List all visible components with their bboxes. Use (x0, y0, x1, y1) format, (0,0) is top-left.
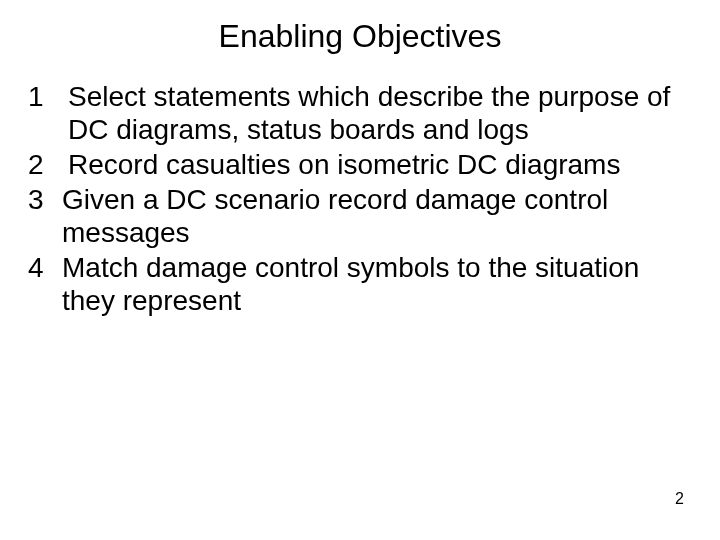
list-item: 2 Record casualties on isometric DC diag… (28, 148, 688, 181)
slide-title: Enabling Objectives (0, 18, 720, 55)
list-item: 1 Select statements which describe the p… (28, 80, 688, 146)
item-number: 1 (28, 80, 62, 113)
item-number: 3 (28, 183, 62, 216)
objectives-list: 1 Select statements which describe the p… (28, 80, 688, 319)
item-number: 2 (28, 148, 62, 181)
page-number: 2 (675, 490, 684, 508)
item-number: 4 (28, 251, 62, 284)
slide: Enabling Objectives 1 Select statements … (0, 0, 720, 540)
list-item: 3 Given a DC scenario record damage cont… (28, 183, 688, 249)
item-text: Select statements which describe the pur… (62, 80, 688, 146)
item-text: Record casualties on isometric DC diagra… (62, 148, 688, 181)
list-item: 4 Match damage control symbols to the si… (28, 251, 688, 317)
item-text: Given a DC scenario record damage contro… (62, 183, 688, 249)
item-text: Match damage control symbols to the situ… (62, 251, 688, 317)
